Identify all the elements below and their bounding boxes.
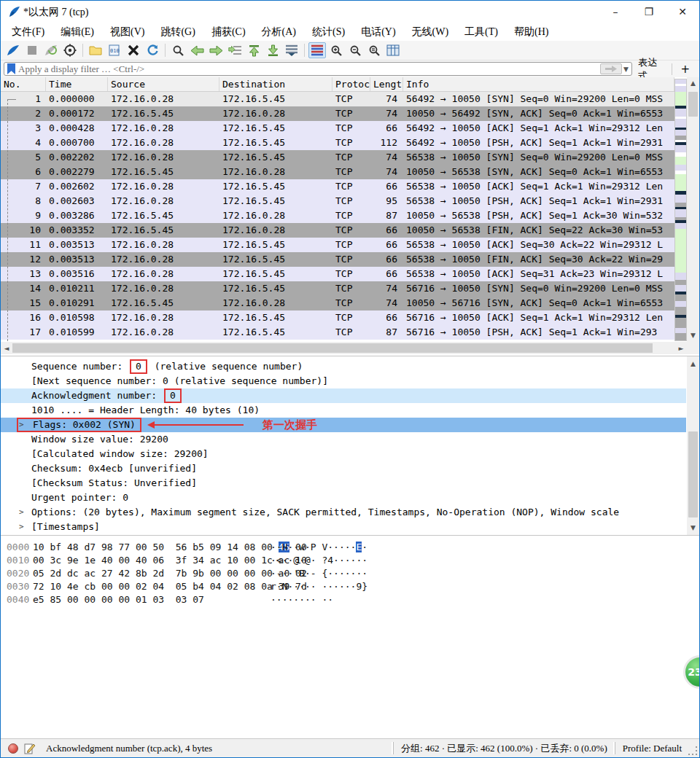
auto-scroll-icon[interactable] bbox=[283, 42, 300, 58]
zoom-in-icon[interactable] bbox=[327, 42, 345, 58]
zoom-normal-icon[interactable] bbox=[365, 42, 383, 58]
detail-row-7[interactable]: Checksum: 0x4ecb [unverified] bbox=[1, 461, 686, 476]
go-top-icon[interactable] bbox=[245, 42, 262, 58]
hex-row-0020[interactable]: 002005 2d dc ac 27 42 8b 2d 7b 9b 00 00 … bbox=[1, 567, 368, 580]
minimize-button[interactable]: – bbox=[599, 1, 632, 23]
restart-capture-icon[interactable] bbox=[42, 42, 60, 58]
detail-row-10[interactable]: >Options: (20 bytes), Maximum segment si… bbox=[1, 505, 686, 520]
reload-icon[interactable] bbox=[144, 42, 161, 58]
detail-row-4[interactable]: >Flags: 0x002 (SYN)第一次握手 bbox=[1, 418, 686, 432]
expert-info-icon[interactable] bbox=[8, 743, 18, 754]
packet-row-10[interactable]: 100.003352172.16.5.45172.16.0.28TCP66100… bbox=[1, 223, 674, 238]
packet-row-1[interactable]: 10.000000172.16.0.28172.16.5.45TCP745649… bbox=[1, 92, 674, 106]
menu-帮助H[interactable]: 帮助(H) bbox=[506, 23, 556, 41]
resize-columns-icon[interactable] bbox=[384, 42, 402, 58]
detail-row-8[interactable]: [Checksum Status: Unverified] bbox=[1, 476, 686, 491]
packet-list-horizontal-scrollbar[interactable]: ◄ ► bbox=[1, 342, 687, 354]
open-file-icon[interactable] bbox=[87, 42, 104, 58]
capture-options-icon[interactable] bbox=[61, 42, 79, 58]
go-back-icon[interactable] bbox=[188, 42, 206, 58]
detail-row-11[interactable]: >[Timestamps] bbox=[1, 520, 686, 534]
packet-row-14[interactable]: 140.010211172.16.0.28172.16.5.45TCP74567… bbox=[1, 281, 674, 296]
packet-row-13[interactable]: 130.003516172.16.0.28172.16.5.45TCP66565… bbox=[1, 267, 674, 281]
go-forward-icon[interactable] bbox=[207, 42, 225, 58]
expander-icon[interactable]: > bbox=[19, 520, 24, 534]
save-file-icon[interactable]: 010 bbox=[106, 42, 123, 58]
scrollbar-thumb[interactable] bbox=[688, 431, 698, 517]
packet-row-12[interactable]: 120.003513172.16.0.28172.16.5.45TCP66565… bbox=[1, 252, 674, 267]
zoom-out-icon[interactable] bbox=[346, 42, 364, 58]
expander-icon[interactable]: > bbox=[19, 418, 24, 432]
expander-icon[interactable]: > bbox=[19, 505, 24, 520]
scroll-up-icon[interactable]: ▲ bbox=[687, 358, 699, 370]
go-bottom-icon[interactable] bbox=[264, 42, 281, 58]
packet-list-vertical-scrollbar[interactable]: ▲ ▼ bbox=[687, 77, 699, 354]
packet-row-3[interactable]: 30.000428172.16.0.28172.16.5.45TCP665649… bbox=[1, 121, 674, 136]
column-header-no[interactable]: No. bbox=[1, 77, 46, 91]
detail-row-6[interactable]: [Calculated window size: 29200] bbox=[1, 447, 686, 461]
bookmark-icon[interactable] bbox=[7, 63, 15, 74]
packet-row-2[interactable]: 20.000172172.16.5.45172.16.0.28TCP741005… bbox=[1, 106, 674, 121]
packet-row-15[interactable]: 150.010291172.16.5.45172.16.0.28TCP74100… bbox=[1, 296, 674, 310]
detail-row-5[interactable]: Window size value: 29200 bbox=[1, 432, 686, 447]
packet-row-9[interactable]: 90.003286172.16.5.45172.16.0.28TCP871005… bbox=[1, 208, 674, 223]
hex-row-0000[interactable]: 000010 bf 48 d7 98 77 00 50 56 b5 09 14 … bbox=[1, 541, 368, 554]
close-button[interactable]: ✕ bbox=[666, 1, 699, 23]
menu-分析A[interactable]: 分析(A) bbox=[254, 23, 304, 41]
close-file-icon[interactable] bbox=[125, 42, 142, 58]
detail-row-2[interactable]: Acknowledgment number: 0 bbox=[1, 388, 686, 403]
menu-捕获C[interactable]: 捕获(C) bbox=[203, 23, 254, 41]
resize-grip[interactable] bbox=[689, 739, 699, 757]
packet-row-16[interactable]: 160.010598172.16.0.28172.16.5.45TCP66567… bbox=[1, 310, 674, 325]
column-header-length[interactable]: Length bbox=[370, 77, 403, 91]
colorize-icon[interactable] bbox=[308, 42, 326, 58]
scrollbar-thumb[interactable] bbox=[688, 92, 698, 117]
detail-row-9[interactable]: Urgent pointer: 0 bbox=[1, 491, 686, 505]
scroll-left-icon[interactable]: ◄ bbox=[1, 342, 12, 354]
packet-row-17[interactable]: 170.010599172.16.0.28172.16.5.45TCP87567… bbox=[1, 325, 674, 340]
menu-统计S[interactable]: 统计(S) bbox=[304, 23, 353, 41]
scroll-down-icon[interactable]: ▼ bbox=[687, 522, 699, 534]
details-vertical-scrollbar[interactable]: ▲ ▼ bbox=[687, 356, 699, 535]
profile-status[interactable]: Profile: Default bbox=[615, 742, 689, 755]
capture-comment-icon[interactable] bbox=[24, 743, 36, 754]
scrollbar-thumb[interactable] bbox=[12, 343, 653, 353]
hex-row-0040[interactable]: 0040e5 85 00 00 00 00 01 03 03 07 ······… bbox=[1, 593, 368, 606]
add-filter-button[interactable]: + bbox=[674, 63, 696, 76]
packet-row-7[interactable]: 70.002602172.16.0.28172.16.5.45TCP665653… bbox=[1, 179, 674, 194]
maximize-button[interactable]: ❐ bbox=[632, 1, 666, 23]
hex-row-0010[interactable]: 001000 3c 9e 1e 40 00 40 06 3f 34 ac 10 … bbox=[1, 554, 368, 567]
menu-无线W[interactable]: 无线(W) bbox=[404, 23, 457, 41]
menu-视图V[interactable]: 视图(V) bbox=[102, 23, 152, 41]
column-header-destination[interactable]: Destination bbox=[219, 77, 332, 91]
packet-row-6[interactable]: 60.002279172.16.5.45172.16.0.28TCP741005… bbox=[1, 165, 674, 179]
display-filter-input[interactable] bbox=[18, 63, 600, 75]
scroll-up-icon[interactable]: ▲ bbox=[687, 77, 699, 89]
packet-row-8[interactable]: 80.002603172.16.0.28172.16.5.45TCP955653… bbox=[1, 194, 674, 208]
hex-row-0030[interactable]: 003072 10 4e cb 00 00 02 04 05 b4 04 02 … bbox=[1, 580, 368, 593]
menu-文件F[interactable]: 文件(F) bbox=[4, 23, 52, 41]
detail-row-0[interactable]: Sequence number: 0 (relative sequence nu… bbox=[1, 359, 686, 374]
column-header-time[interactable]: Time bbox=[46, 77, 108, 91]
filter-dropdown-caret[interactable]: ▼ bbox=[623, 66, 629, 73]
apply-filter-button[interactable] bbox=[600, 63, 622, 74]
display-filter-box[interactable]: ▼ bbox=[4, 62, 632, 76]
menu-编辑E[interactable]: 编辑(E) bbox=[52, 23, 102, 41]
packet-row-4[interactable]: 40.000700172.16.0.28172.16.5.45TCP112564… bbox=[1, 136, 674, 150]
intelligent-scrollbar-minimap[interactable] bbox=[674, 79, 687, 341]
column-header-protocol[interactable]: Protocol bbox=[332, 77, 370, 91]
scroll-down-icon[interactable]: ▼ bbox=[687, 329, 699, 341]
packet-row-5[interactable]: 50.002202172.16.0.28172.16.5.45TCP745653… bbox=[1, 150, 674, 165]
menu-工具T[interactable]: 工具(T) bbox=[456, 23, 506, 41]
stop-capture-icon[interactable] bbox=[23, 42, 41, 58]
packet-row-11[interactable]: 110.003513172.16.0.28172.16.5.45TCP66565… bbox=[1, 238, 674, 252]
detail-row-3[interactable]: 1010 .... = Header Length: 40 bytes (10) bbox=[1, 403, 686, 418]
menu-电话Y[interactable]: 电话(Y) bbox=[353, 23, 403, 41]
start-capture-icon[interactable] bbox=[4, 42, 22, 58]
menu-跳转G[interactable]: 跳转(G) bbox=[152, 23, 203, 41]
packet-list-header[interactable]: No.TimeSourceDestinationProtocolLengthIn… bbox=[1, 77, 674, 92]
column-header-info[interactable]: Info bbox=[403, 77, 674, 91]
column-header-source[interactable]: Source bbox=[108, 77, 219, 91]
go-to-packet-icon[interactable] bbox=[226, 42, 244, 58]
detail-row-1[interactable]: [Next sequence number: 0 (relative seque… bbox=[1, 374, 686, 388]
